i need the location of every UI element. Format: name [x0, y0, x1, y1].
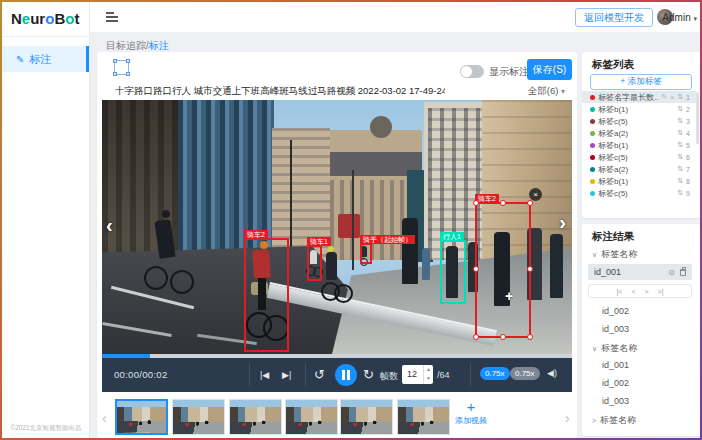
result-item[interactable]: id_003: [602, 396, 629, 406]
result-item[interactable]: id_003: [602, 324, 629, 334]
sort-icon[interactable]: ⇅: [677, 117, 683, 125]
show-annotation-toggle[interactable]: [460, 65, 484, 78]
breadcrumb: 目标追踪/标注: [106, 39, 169, 53]
tag-row[interactable]: 标签c(5) ⇅ 3: [582, 115, 696, 127]
result-item[interactable]: id_001: [602, 360, 629, 370]
sort-icon[interactable]: ⇅: [677, 141, 683, 149]
trash-icon[interactable]: [680, 269, 686, 276]
delete-box-icon[interactable]: ×: [529, 188, 542, 201]
last-frame-icon[interactable]: >|: [658, 288, 664, 295]
bbox-pedestrian-1[interactable]: 行人1: [440, 240, 466, 304]
video-thumbnail[interactable]: [172, 399, 225, 435]
resize-handle[interactable]: [527, 334, 533, 340]
user-menu[interactable]: Admin ▾: [662, 12, 697, 23]
top-header: 返回模型开发 Admin ▾: [90, 2, 700, 32]
resize-handle[interactable]: [500, 334, 506, 340]
app: NeuroBot ✎ 标注 ©2021北京矩视智能出品 返回模型开发 Admin…: [2, 2, 700, 438]
rewind-icon[interactable]: ↺: [314, 367, 325, 382]
forward-icon[interactable]: ↻: [363, 367, 374, 382]
filmstrip-next-chevron[interactable]: ›: [565, 410, 570, 426]
back-to-model-dev-button[interactable]: 返回模型开发: [575, 8, 653, 27]
tag-row[interactable]: 标签名字最长数... ✎ × ⇅ 1: [582, 91, 696, 103]
resize-handle[interactable]: [473, 266, 479, 272]
cyclist-head: [162, 210, 170, 218]
frame-stepper[interactable]: ▲▼: [423, 365, 433, 384]
sort-icon[interactable]: ⇅: [677, 129, 683, 137]
resize-handle[interactable]: [527, 266, 533, 272]
resize-handle[interactable]: [473, 334, 479, 340]
prev-frame-icon[interactable]: <: [631, 288, 635, 295]
resize-handle[interactable]: [527, 200, 533, 206]
spin-down-icon[interactable]: ▼: [426, 375, 431, 381]
resize-handle[interactable]: [500, 200, 506, 206]
logo-letter: N: [11, 10, 22, 27]
sort-icon[interactable]: ⇅: [677, 93, 683, 101]
prev-video-chevron[interactable]: ‹: [106, 215, 113, 235]
speed-pill-active[interactable]: 0.75x: [480, 367, 510, 380]
sidebar: NeuroBot ✎ 标注 ©2021北京矩视智能出品: [2, 2, 90, 438]
first-frame-icon[interactable]: |<: [617, 288, 623, 295]
tag-row[interactable]: 标签b(1) ⇅ 8: [582, 175, 696, 187]
delete-tag-icon[interactable]: ×: [670, 94, 674, 101]
bbox-selected[interactable]: 骑车2 ×: [475, 202, 531, 338]
tag-row[interactable]: 标签b(1) ⇅ 2: [582, 103, 696, 115]
menu-fold-icon[interactable]: [106, 12, 118, 22]
bbox-rider-startframe[interactable]: 骑手（起始帧）: [360, 243, 372, 264]
sort-icon[interactable]: ⇅: [677, 153, 683, 161]
next-frame-icon[interactable]: ▶|: [282, 370, 291, 380]
tag-row[interactable]: 标签b(1) ⇅ 5: [582, 139, 696, 151]
result-group[interactable]: ∨标签名称: [592, 248, 637, 261]
tag-color-dot: [590, 191, 595, 196]
video-thumbnail[interactable]: [229, 399, 282, 435]
annotation-results-panel: 标注结果 ∨标签名称 id_001 ⊙ |< < > >| id_002 id_…: [582, 224, 700, 436]
tag-row[interactable]: 标签c(5) ⇅ 6: [582, 151, 696, 163]
result-item[interactable]: id_002: [602, 306, 629, 316]
tag-list-panel: 标签列表 + 添加标签 标签名字最长数... ✎ × ⇅ 1 标签b(1) ⇅ …: [582, 52, 700, 218]
logo-letter: o: [65, 10, 74, 27]
bbox-label: 骑车2: [244, 230, 268, 239]
pause-button[interactable]: [335, 364, 357, 386]
resize-handle[interactable]: [473, 200, 479, 206]
video-thumbnail[interactable]: [397, 399, 450, 435]
frame-number-input[interactable]: 12 ▲▼: [402, 365, 433, 384]
sort-icon[interactable]: ⇅: [677, 105, 683, 113]
player-control-bar: 00:00/00:02 |◀ ▶| ↺ ↻ 帧数 12 ▲▼ /64 0.75x…: [102, 358, 572, 392]
breadcrumb-parent[interactable]: 目标追踪: [106, 40, 146, 51]
bbox-cyclist-1[interactable]: 骑车1: [307, 245, 322, 281]
add-tag-button[interactable]: + 添加标签: [590, 74, 692, 90]
next-video-chevron[interactable]: ›: [559, 212, 566, 232]
result-group-collapsed[interactable]: >标签名称: [592, 414, 636, 427]
sort-icon[interactable]: ⇅: [677, 189, 683, 197]
next-frame-icon[interactable]: >: [645, 288, 649, 295]
result-item[interactable]: id_002: [602, 378, 629, 388]
tag-row[interactable]: 标签a(2) ⇅ 7: [582, 163, 696, 175]
sort-icon[interactable]: ⇅: [677, 177, 683, 185]
rect-draw-tool-icon[interactable]: [114, 60, 129, 75]
sidebar-item-annotate[interactable]: ✎ 标注: [2, 46, 89, 72]
bbox-cyclist-2[interactable]: 骑车2: [244, 238, 289, 352]
filmstrip-prev-chevron[interactable]: ‹: [102, 410, 107, 426]
tag-row[interactable]: 标签a(2) ⇅ 4: [582, 127, 696, 139]
visibility-icon[interactable]: ⊙: [668, 268, 675, 277]
prev-frame-icon[interactable]: |◀: [260, 370, 269, 380]
result-group[interactable]: ∨标签名称: [592, 342, 637, 355]
chevron-down-icon: ▾: [693, 15, 697, 22]
video-thumbnail[interactable]: [285, 399, 338, 435]
add-video-button[interactable]: + 添加视频: [449, 399, 493, 435]
speed-pill[interactable]: 0.75x: [510, 367, 540, 380]
scrollbar-thumb[interactable]: [696, 92, 699, 144]
save-button[interactable]: 保存(S): [527, 59, 572, 80]
lamp-post: [352, 170, 354, 270]
dome: [370, 116, 392, 138]
video-thumbnail[interactable]: [340, 399, 393, 435]
result-item-selected[interactable]: id_001 ⊙: [588, 264, 692, 280]
filter-dropdown[interactable]: 全部(6) ▾: [528, 85, 565, 98]
edit-tag-icon[interactable]: ✎: [661, 93, 667, 101]
sort-icon[interactable]: ⇅: [677, 165, 683, 173]
spin-up-icon[interactable]: ▲: [426, 366, 431, 372]
video-thumbnail-selected[interactable]: [115, 399, 168, 435]
video-canvas[interactable]: 骑车2 骑车1 骑手（起始帧） 行人1 骑车2 ×: [102, 100, 572, 354]
tag-row[interactable]: 标签c(5) ⇅ 9: [582, 187, 696, 199]
volume-icon[interactable]: ◀): [547, 368, 557, 378]
tag-color-dot: [590, 179, 595, 184]
